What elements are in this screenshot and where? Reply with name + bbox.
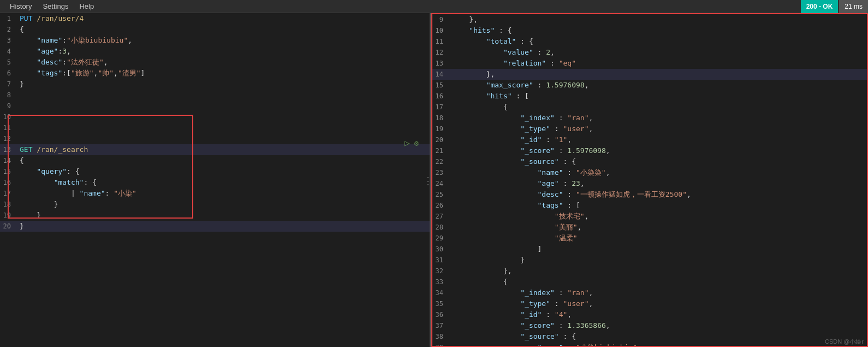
line-number: 16	[0, 177, 17, 188]
line-content: ]	[450, 244, 867, 255]
line-number: 8	[0, 90, 17, 101]
line-content: "_type" : "user",	[450, 123, 867, 134]
code-line: 10	[0, 111, 430, 122]
code-line: 19 "_type" : "user",	[432, 123, 867, 134]
right-code-area[interactable]: 9 }, 10 "hits" : { 11 "total" : { 12 "va…	[432, 14, 867, 346]
code-line: 22 "_source" : {	[432, 156, 867, 167]
status-ok-badge: 200 - OK	[801, 0, 839, 13]
code-line: 18 "_index" : "ran",	[432, 113, 867, 123]
line-number: 7	[0, 79, 17, 90]
code-line: 8	[0, 90, 430, 101]
line-content: "name":"小染biubiubiu",	[17, 35, 430, 46]
code-line: 17 | "name": "小染"	[0, 188, 430, 199]
line-number: 19	[0, 210, 17, 221]
line-content: "_score" : 1.3365866,	[450, 320, 867, 331]
line-content: | "name": "小染"	[17, 188, 430, 199]
line-number: 11	[432, 36, 450, 47]
line-number: 1	[0, 13, 17, 24]
code-line: 6 "tags":["旅游","帅","渣男"]	[0, 68, 430, 79]
line-content: "desc" : "一顿操作猛如虎，一看工资2500",	[450, 189, 867, 200]
code-line: 37 "_score" : 1.3365866,	[432, 320, 867, 331]
code-line: 28 "美丽",	[432, 222, 867, 233]
line-content	[17, 90, 430, 101]
code-line: 13 GET /ran/_search	[0, 144, 430, 155]
line-content: "_type" : "user",	[450, 298, 867, 309]
line-number: 20	[0, 221, 17, 232]
line-number: 20	[432, 134, 450, 145]
line-number: 16	[432, 91, 450, 102]
line-content: "hits" : {	[450, 25, 867, 36]
left-code-area[interactable]: 1 PUT /ran/user/4 2 { 3 "name":"小染biubiu…	[0, 13, 430, 347]
wrench-icon[interactable]: ⚙	[414, 139, 419, 148]
line-content: }	[17, 210, 430, 221]
status-bar: 200 - OK 21 ms	[801, 0, 868, 13]
code-line: 20 "_id" : "1",	[432, 134, 867, 145]
line-content: },	[450, 14, 867, 25]
code-line: 1 PUT /ran/user/4	[0, 13, 430, 24]
line-number: 17	[0, 188, 17, 199]
code-line: 30 ]	[432, 244, 867, 255]
code-line: 31 }	[432, 255, 867, 266]
line-number: 32	[432, 266, 450, 277]
line-number: 23	[432, 167, 450, 178]
line-number: 4	[0, 46, 17, 57]
line-content: "_index" : "ran",	[450, 113, 867, 123]
line-content: "total" : {	[450, 36, 867, 47]
code-line: 4 "age":3,	[0, 46, 430, 57]
line-number: 35	[432, 298, 450, 309]
code-line: 16 "match": {	[0, 177, 430, 188]
line-number: 33	[432, 277, 450, 287]
divider-handle[interactable]: ⋮	[423, 174, 431, 186]
code-line: 5 "desc":"法外狂徒",	[0, 57, 430, 68]
line-content: "美丽",	[450, 222, 867, 233]
code-line: 2 {	[0, 24, 430, 35]
line-content: "_id" : "4",	[450, 309, 867, 320]
line-number: 24	[432, 178, 450, 189]
code-line: 36 "_id" : "4",	[432, 309, 867, 320]
menu-bar: History Settings Help 200 - OK 21 ms	[0, 0, 868, 13]
code-line: 20 }	[0, 221, 430, 232]
line-content: "_score" : 1.5976098,	[450, 145, 867, 156]
line-content: "age" : 23,	[450, 178, 867, 189]
line-number: 29	[432, 233, 450, 244]
code-line: 14 },	[432, 69, 867, 80]
line-number: 9	[0, 101, 17, 111]
code-line: 13 "relation" : "eq"	[432, 58, 867, 69]
code-line: 3 "name":"小染biubiubiu",	[0, 35, 430, 46]
code-line: 39 "name" : "小染biubiubiu",	[432, 342, 867, 346]
line-number: 6	[0, 68, 17, 79]
line-content: "desc":"法外狂徒",	[17, 57, 430, 68]
line-content: "_id" : "1",	[450, 134, 867, 145]
line-content: {	[450, 102, 867, 113]
line-number: 39	[432, 342, 450, 346]
line-number: 13	[0, 144, 17, 155]
line-number: 25	[432, 189, 450, 200]
menu-help[interactable]: Help	[74, 1, 99, 11]
code-line: 9	[0, 101, 430, 111]
line-number: 14	[0, 155, 17, 166]
run-icon[interactable]: ▷	[405, 138, 410, 148]
line-content: },	[450, 266, 867, 277]
menu-settings[interactable]: Settings	[37, 1, 74, 11]
line-content: "age":3,	[17, 46, 430, 57]
menu-history[interactable]: History	[4, 1, 37, 11]
line-content: "技术宅",	[450, 211, 867, 222]
line-number: 30	[432, 244, 450, 255]
code-line: 15 "query": {	[0, 166, 430, 177]
line-number: 13	[432, 58, 450, 69]
line-content: "_source" : {	[450, 156, 867, 167]
code-line: 14 {	[0, 155, 430, 166]
line-content: "_source" : {	[450, 331, 867, 342]
line-number: 12	[432, 47, 450, 58]
left-editor-panel: 1 PUT /ran/user/4 2 { 3 "name":"小染biubiu…	[0, 13, 431, 347]
code-line: 11	[0, 122, 430, 133]
line-number: 17	[432, 102, 450, 113]
line-number: 38	[432, 331, 450, 342]
line-content: "name" : "小染biubiubiu",	[450, 342, 867, 346]
code-line: 23 "name" : "小染染",	[432, 167, 867, 178]
line-number: 37	[432, 320, 450, 331]
line-content: }	[17, 199, 430, 210]
code-line: 26 "tags" : [	[432, 200, 867, 211]
code-line: 38 "_source" : {	[432, 331, 867, 342]
line-content	[17, 111, 430, 122]
